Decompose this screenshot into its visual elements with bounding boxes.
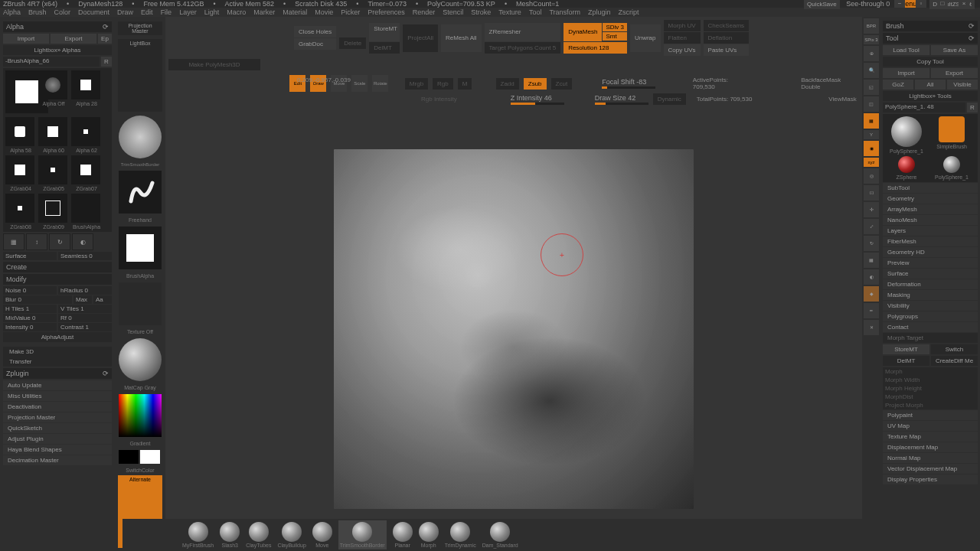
stroke-preview[interactable] bbox=[119, 171, 162, 214]
menu-item[interactable]: Zscript bbox=[619, 8, 639, 16]
projmaster-button[interactable]: Projection Master bbox=[118, 21, 162, 35]
midvalue-slider[interactable]: MidValue 0 bbox=[3, 314, 57, 322]
focal-slider[interactable]: Focal Shift -83 bbox=[602, 78, 655, 89]
projectall-button[interactable]: ProjectAll bbox=[403, 24, 438, 52]
alpha-adjust[interactable]: AlphaAdjust bbox=[3, 332, 112, 342]
gradient-label[interactable]: Gradient bbox=[118, 441, 162, 446]
rotate-mode[interactable]: Rotate bbox=[372, 75, 388, 92]
loadtool-button[interactable]: Load Tool bbox=[883, 45, 929, 55]
shelf-brush[interactable]: MyFirstBrush bbox=[182, 522, 214, 548]
viewport[interactable] bbox=[165, 106, 862, 551]
tool-section[interactable]: Deformation bbox=[883, 279, 978, 289]
tool-section[interactable]: Vector Displacement Map bbox=[883, 464, 978, 474]
tool-section[interactable]: Normal Map bbox=[883, 453, 978, 463]
material-preview[interactable] bbox=[119, 338, 162, 381]
ep-button[interactable]: Ep bbox=[98, 34, 112, 44]
deflation-button[interactable]: Deflation bbox=[704, 32, 750, 44]
tool-section[interactable]: Polygroups bbox=[883, 311, 978, 321]
intensity-slider[interactable]: Intensity 0 bbox=[3, 323, 57, 331]
tool-section[interactable]: UV Map bbox=[883, 421, 978, 431]
actual-button[interactable]: ◱ bbox=[864, 80, 879, 95]
tool-section[interactable]: Contact bbox=[883, 322, 978, 332]
htiles-slider[interactable]: H Tiles 1 bbox=[3, 305, 57, 313]
rf-slider[interactable]: Rf 0 bbox=[58, 314, 112, 322]
goz-button[interactable]: GoZ bbox=[883, 80, 913, 90]
modify-section[interactable]: Modify bbox=[3, 274, 112, 285]
spix-slider[interactable]: SPix 3 bbox=[864, 35, 879, 44]
scroll-button[interactable]: ⊕ bbox=[864, 46, 879, 61]
tool-section[interactable]: NanoMesh bbox=[883, 215, 978, 225]
tool-section[interactable]: Preview bbox=[883, 258, 978, 268]
shelf-brush[interactable]: Planar bbox=[393, 522, 413, 548]
shelf-brush[interactable]: Slash3 bbox=[220, 522, 240, 548]
alpha-thumb[interactable] bbox=[5, 155, 34, 184]
morphuv-button[interactable]: Morph UV bbox=[664, 20, 701, 31]
switch-color[interactable] bbox=[119, 450, 162, 464]
menu-item[interactable]: Movie bbox=[315, 8, 333, 16]
export-button[interactable]: Export bbox=[51, 34, 96, 44]
shelf-brush[interactable]: Dam_Standard bbox=[482, 522, 518, 548]
r-button[interactable]: R bbox=[967, 103, 978, 112]
viewmask-button[interactable]: ViewMask bbox=[828, 96, 856, 103]
tool-section[interactable]: Surface bbox=[883, 269, 978, 279]
tool-section[interactable]: Display Properties bbox=[883, 474, 978, 484]
menu-item[interactable]: Alpha bbox=[3, 8, 21, 16]
brush-panel-header[interactable]: Brush⟳ bbox=[883, 21, 978, 31]
saveas-button[interactable]: Save As bbox=[931, 45, 978, 55]
menu-item[interactable]: Render bbox=[413, 8, 436, 16]
make-tx-icon[interactable]: ▦ bbox=[3, 233, 24, 250]
shelf-brush[interactable]: TrimSmoothBorder bbox=[338, 520, 387, 549]
morphtarget-section[interactable]: Morph Target bbox=[883, 333, 978, 343]
zplugin-item[interactable]: Decimation Master bbox=[3, 455, 112, 465]
alpha-thumb[interactable] bbox=[5, 117, 34, 146]
zplugin-item[interactable]: Projection Master bbox=[3, 412, 112, 422]
refresh-icon[interactable]: ⟳ bbox=[103, 23, 109, 31]
tool-section[interactable]: FiberMesh bbox=[883, 236, 978, 246]
min-icon[interactable]: − bbox=[894, 0, 905, 8]
tool-thumb[interactable]: SimpleBrush bbox=[930, 116, 973, 154]
unwrap-button[interactable]: Unwrap bbox=[630, 24, 661, 52]
morphdist-slider[interactable]: MorphDist bbox=[883, 393, 978, 401]
persp-button[interactable]: ▦ bbox=[864, 113, 879, 129]
seethrough-slider[interactable]: See-through 0 bbox=[846, 0, 890, 8]
pasteuv-button[interactable]: Paste UVs bbox=[704, 44, 750, 56]
menu-item[interactable]: Zplugin bbox=[588, 8, 611, 16]
backface-button[interactable]: BackfaceMask Double bbox=[801, 77, 859, 90]
frame-button[interactable]: ⊡ bbox=[864, 185, 879, 201]
tool-thumb[interactable]: PolySphere_1 bbox=[930, 156, 973, 180]
shelf-brush[interactable]: Morph bbox=[419, 522, 439, 548]
menu-item[interactable]: Light bbox=[204, 8, 220, 16]
shelf-brush[interactable]: ClayTubes bbox=[246, 522, 271, 548]
alpha-thumb[interactable] bbox=[71, 117, 100, 146]
dynamesh-button[interactable]: DynaMesh bbox=[564, 23, 602, 41]
menu-item[interactable]: Tool bbox=[529, 8, 542, 16]
shelf-brush[interactable]: Move bbox=[312, 522, 332, 548]
zplugin-item[interactable]: QuickSketch bbox=[3, 423, 112, 433]
morph-slider[interactable]: Morph bbox=[883, 367, 978, 376]
switch-button[interactable]: Switch bbox=[931, 344, 978, 354]
shelf-brush[interactable]: TrimDynamic bbox=[445, 522, 476, 548]
lightbox-button[interactable]: LightBox bbox=[118, 39, 162, 112]
menu-item[interactable]: Material bbox=[283, 8, 307, 16]
menu-item[interactable]: Picker bbox=[341, 8, 360, 16]
xpose-button[interactable]: ✕ bbox=[864, 320, 879, 335]
m-button[interactable]: M bbox=[458, 78, 472, 90]
tool-section[interactable]: Texture Map bbox=[883, 432, 978, 442]
flatten-button[interactable]: Flatten bbox=[664, 32, 701, 44]
alpha-header[interactable]: Alpha⟳ bbox=[3, 21, 112, 32]
ghost-button[interactable]: ◆ bbox=[864, 286, 879, 302]
lightbox-alphas[interactable]: Lightbox» Alphas bbox=[3, 45, 112, 55]
mrgb-button[interactable]: Mrgb bbox=[405, 78, 428, 90]
menu-item[interactable]: Stencil bbox=[443, 8, 463, 16]
menu-item[interactable]: Macro bbox=[227, 8, 246, 16]
menu-item[interactable]: Edit bbox=[141, 8, 153, 16]
shelf-brush[interactable]: ClayBuildup bbox=[277, 522, 305, 548]
refresh-icon[interactable]: ⟳ bbox=[969, 22, 975, 30]
contrast-slider[interactable]: Contrast 1 bbox=[58, 323, 112, 331]
alpha-thumb[interactable] bbox=[71, 155, 100, 184]
lconst-button[interactable]: ◎ bbox=[864, 168, 879, 184]
max-icon[interactable]: □ bbox=[937, 0, 948, 8]
seamless-slider[interactable]: Seamless 0 bbox=[58, 252, 112, 260]
drawsize-slider[interactable]: Draw Size 42 bbox=[595, 94, 648, 105]
smt-button[interactable]: Smt bbox=[603, 32, 627, 41]
